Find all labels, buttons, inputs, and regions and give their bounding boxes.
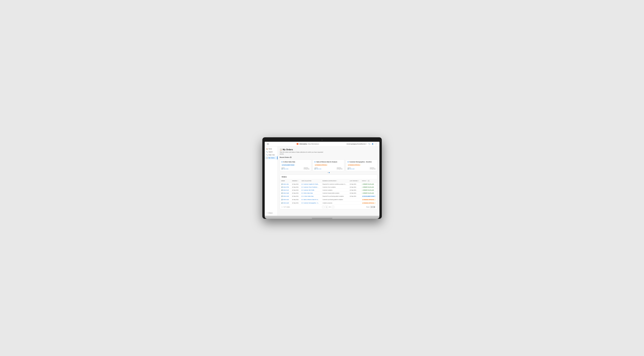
- order-sync-icon: 🔄: [281, 190, 282, 191]
- cell-ordered: 16 Sep 2021: [291, 182, 300, 186]
- card-ordered-col-0: ORDERED 16 Sep 2021: [304, 168, 310, 170]
- sidebar-item-my-orders-label: My Orders: [268, 157, 275, 158]
- recent-orders-header: Recent Orders i: [280, 156, 377, 158]
- data-collection-link[interactable]: ⊞Customer Demographics - S...: [302, 202, 320, 204]
- sidebar-item-search[interactable]: 🔍 Search: [265, 150, 278, 154]
- order-id-link[interactable]: 🔄Order-3a4b: [281, 192, 290, 194]
- order-id-link[interactable]: 🔄Order-e1dc: [281, 199, 290, 200]
- header-user[interactable]: mmodi-qastaging-fromselfservice ▾: [346, 143, 366, 145]
- next-page-btn[interactable]: ›: [332, 206, 334, 208]
- card-badge-2: ■ PENDING APPROVAL: [348, 164, 361, 166]
- cell-last-updated: [348, 201, 360, 205]
- card-ordered-col-1: ORDERED 16 Sep 2021: [336, 168, 342, 170]
- recent-orders-label: Recent Orders: [280, 156, 290, 158]
- data-collection-link[interactable]: ⊞Customer Insights for Predic...: [302, 184, 320, 185]
- order-sync-icon: 🔄: [281, 184, 282, 185]
- sidebar-item-my-orders[interactable]: 📋 My Orders: [265, 156, 278, 160]
- col-header-last-updated[interactable]: LAST UPDATED ⇅: [348, 179, 360, 183]
- card-title-2: Customer Demographics - Sensitive: [350, 161, 372, 162]
- prev-page-btn[interactable]: ‹: [322, 206, 324, 208]
- sidebar-item-search-label: Search: [268, 151, 273, 153]
- data-collection-link[interactable]: ⊞Online Sales Data: [302, 192, 320, 194]
- recent-orders-info-icon[interactable]: i: [290, 156, 292, 158]
- search-icon-btn[interactable]: 🔍: [368, 143, 370, 145]
- cell-data-collection: ⊞In-Store Sales Data: [300, 194, 321, 198]
- table-row: 🔄Order-ea30 16 Sep 2021 ⊞Customer Demogr…: [280, 201, 377, 205]
- order-sync-icon: 🔄: [281, 196, 282, 197]
- card-data-icon-2: ⊞: [348, 161, 349, 163]
- col-order-label: ORDER: [281, 180, 285, 182]
- col-status-label: STATUS: [362, 180, 366, 182]
- cell-biz-justification: Analytics purposes: [321, 201, 348, 205]
- carousel-dot-0[interactable]: [328, 172, 328, 173]
- page-input[interactable]: [325, 206, 328, 208]
- user-icon-btn[interactable]: 👤: [371, 143, 374, 145]
- rows-per-page-select[interactable]: 10 25 50: [370, 206, 375, 208]
- cell-ordered: 16 Sep 2021: [291, 192, 300, 194]
- sidebar-item-home[interactable]: 🏠 Home: [265, 148, 278, 150]
- order-sync-icon: 🔄: [281, 199, 282, 200]
- last-updated-sort-icon: ⇅: [358, 180, 359, 182]
- cell-data-collection: ⊞Customer Insights for Predic...: [300, 182, 321, 186]
- home-icon: 🏠: [266, 148, 268, 150]
- card-order-id-0[interactable]: 🔄 Order-4c9d: [282, 168, 288, 170]
- app-header: i Informatica Data Marketplace mmodi-qas…: [265, 142, 380, 146]
- badge-icon-0: ■: [282, 164, 283, 166]
- page-title-icon: 📋: [280, 148, 282, 151]
- order-id-link[interactable]: 🔄Order-4c9d: [281, 196, 290, 197]
- col-header-ordered[interactable]: ORDERED ⇅: [291, 179, 300, 183]
- sidebar-collapse-btn[interactable]: ‹ < Collapse: [265, 211, 278, 215]
- app-body: 🏠 Home 🔍 Search 🔍 Data I Use 📋 My Orders…: [265, 146, 380, 216]
- table-row: 🔄Order-c46c 16 Sep 2021 ⊞Customer Insigh…: [280, 182, 377, 186]
- data-collection-link[interactable]: ⊞Customer 360 Profile: [302, 190, 320, 191]
- order-id-link[interactable]: 🔄Order-87bb: [281, 186, 290, 188]
- card-ordered-col-2: ORDERED 16 Sep 2021: [370, 168, 376, 170]
- order-id-link[interactable]: 🔄Order-c46c: [281, 184, 290, 185]
- col-data-collection-label: DATA COLLECTION: [302, 180, 311, 182]
- carousel-dot-1[interactable]: [329, 172, 330, 173]
- help-icon-btn[interactable]: ?: [375, 143, 377, 145]
- laptop-base: [265, 216, 380, 219]
- cell-data-collection: ⊞Customer Chum Prediction ...: [300, 186, 321, 188]
- page-header: 📋 My Orders View the orders and status o…: [280, 148, 377, 155]
- header-right: mmodi-qastaging-fromselfservice ▾ 🔍 👤 ?: [346, 143, 377, 145]
- pagination-summary: 1 - 7 of 7 orders: [282, 206, 290, 208]
- data-collection-link[interactable]: ⊞In-Store Sales Data: [302, 196, 320, 197]
- carousel-dots: [280, 172, 377, 173]
- order-sync-icon: 🔄: [281, 186, 282, 188]
- cell-biz-justification: Customer buying habits analysis: [321, 192, 348, 194]
- laptop-camera: [322, 140, 322, 141]
- cell-order-id: 🔄Order-4c9d: [280, 194, 291, 198]
- col-last-updated-label: LAST UPDATED: [350, 180, 358, 182]
- col-header-biz-justification[interactable]: BUSINESS JUSTIFICATION ⇅: [321, 179, 348, 183]
- card-title-row-2: ⊞ Customer Demographics - Sensitive: [348, 161, 376, 163]
- card-order-col-0: ORDER 🔄 Order-4c9d: [282, 168, 288, 170]
- cell-order-id: 🔄Order-87bb: [280, 186, 291, 188]
- order-id-link[interactable]: 🔄Order-ea30: [281, 202, 290, 204]
- header-icons: 🔍 👤 ?: [368, 143, 377, 145]
- apps-icon[interactable]: [267, 143, 269, 145]
- badge-icon-1: ■: [315, 164, 316, 166]
- data-collection-link[interactable]: ⊞Sales & Returns Data for An...: [302, 199, 320, 200]
- cell-data-collection: ⊞Customer 360 Profile: [300, 188, 321, 192]
- card-title-row-1: ⊞ Sales & Returns Data for Analysis: [314, 161, 342, 163]
- status-filter-icon[interactable]: ⚙: [368, 180, 370, 182]
- col-ordered-label: ORDERED: [292, 180, 297, 182]
- order-id-link[interactable]: 🔄Order-5cc8: [281, 190, 290, 191]
- card-details-1: ORDER 🔄 Order-e1dc ORDERED 16 Sep 2021: [314, 168, 342, 170]
- col-header-status[interactable]: STATUS ⇅ ⚙: [360, 179, 377, 183]
- card-title-row-0: ⊞ In-Store Sales Data: [282, 161, 310, 163]
- cell-order-id: 🔄Order-e1dc: [280, 198, 291, 201]
- card-order-id-1[interactable]: 🔄 Order-e1dc: [314, 168, 321, 170]
- sidebar-item-data-i-use[interactable]: 🔍 Data I Use: [265, 154, 278, 156]
- data-collection-link[interactable]: ⊞Customer Chum Prediction ...: [302, 186, 320, 188]
- card-order-id-2[interactable]: 🔄 Order-ea30: [348, 168, 354, 170]
- sidebar: 🏠 Home 🔍 Search 🔍 Data I Use 📋 My Orders…: [265, 146, 278, 216]
- card-badge-1: ■ PENDING APPROVAL: [314, 164, 328, 166]
- collapse-label: < Collapse: [267, 212, 273, 214]
- table-footer: 1 - 7 of 7 orders ‹ of 1 › Rows: 10 25: [280, 205, 377, 209]
- card-sales-returns: ⊞ Sales & Returns Data for Analysis ■ PE…: [313, 160, 344, 171]
- page-title-row: 📋 My Orders: [280, 148, 377, 151]
- card-data-icon-1: ⊞: [314, 161, 316, 163]
- col-biz-justification-label: BUSINESS JUSTIFICATION: [322, 180, 336, 182]
